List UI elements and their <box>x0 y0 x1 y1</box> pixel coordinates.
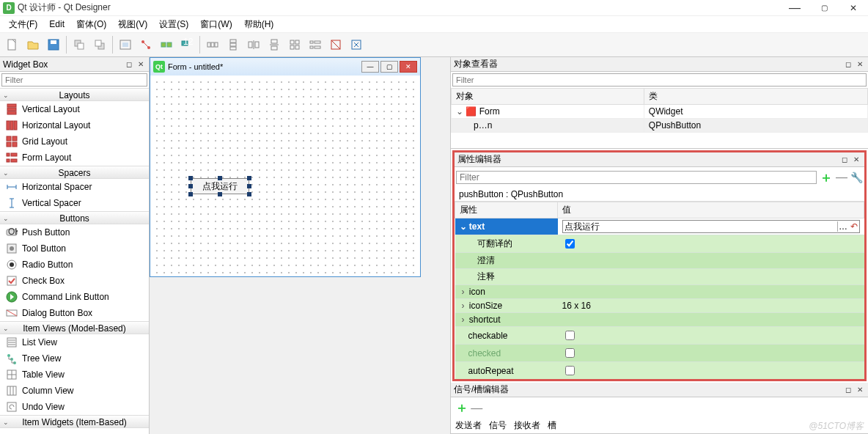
resize-handle[interactable] <box>247 192 251 196</box>
widget-dlgbox[interactable]: Dialog Button Box <box>0 305 149 321</box>
col-receiver[interactable]: 接收者 <box>514 419 540 432</box>
edit-buddies-button[interactable] <box>157 35 176 54</box>
menu-file[interactable]: 文件(F) <box>4 17 42 32</box>
remove-connection-icon[interactable]: — <box>471 402 482 414</box>
add-property-icon[interactable]: ＋ <box>820 169 833 186</box>
close-button[interactable]: ✕ <box>839 0 868 16</box>
widget-radiobtn[interactable]: Radio Button <box>0 257 149 273</box>
edit-tab-order-button[interactable]: 123 <box>177 35 196 54</box>
dock-close-icon[interactable]: ✕ <box>851 155 861 165</box>
dock-float-icon[interactable]: ◻ <box>843 59 853 70</box>
widget-hspacer[interactable]: Horizontal Spacer <box>0 179 149 195</box>
checked-checkbox[interactable] <box>565 348 575 358</box>
menu-view[interactable]: 视图(V) <box>114 17 152 32</box>
adjust-size-button[interactable] <box>347 35 366 54</box>
objinspector-filter[interactable] <box>452 73 867 87</box>
widgetbox-list[interactable]: Layouts Vertical Layout Horizontal Layou… <box>0 88 149 434</box>
edit-signals-button[interactable] <box>136 35 155 54</box>
send-back-button[interactable] <box>70 35 89 54</box>
edit-widgets-button[interactable] <box>116 35 135 54</box>
layout-v-button[interactable] <box>224 35 243 54</box>
checkable-checkbox[interactable] <box>565 331 575 340</box>
bring-front-button[interactable] <box>90 35 109 54</box>
menu-help[interactable]: 帮助(H) <box>240 17 279 32</box>
resize-handle[interactable] <box>247 176 251 180</box>
new-file-button[interactable] <box>3 35 22 54</box>
widget-toolbtn[interactable]: Tool Button <box>0 240 149 257</box>
widget-vspacer[interactable]: Vertical Spacer <box>0 195 149 211</box>
widget-vlayout[interactable]: Vertical Layout <box>0 101 149 117</box>
layout-h-button[interactable] <box>203 35 222 54</box>
form-canvas[interactable]: 点我运行 <box>150 76 420 276</box>
form-titlebar[interactable]: Qt Form - untitled* — ▢ ✕ <box>150 58 420 76</box>
prop-clear-row[interactable]: 澄清 <box>455 253 864 269</box>
widget-columnview[interactable]: Column View <box>0 383 149 399</box>
prop-iconsize-row[interactable]: › iconSize16 x 16 <box>455 299 864 313</box>
propeditor-filter[interactable] <box>456 171 817 184</box>
prop-checked-row[interactable]: checked <box>455 345 864 362</box>
menu-settings[interactable]: 设置(S) <box>155 17 193 32</box>
prop-translatable-row[interactable]: 可翻译的 <box>455 235 864 253</box>
autorepeat-checkbox[interactable] <box>565 366 575 375</box>
form-close-button[interactable]: ✕ <box>400 61 417 73</box>
prop-text-row[interactable]: ⌄ text …↶ <box>455 218 864 235</box>
section-layouts[interactable]: Layouts <box>0 88 149 101</box>
prop-checkable-row[interactable]: checkable <box>455 327 864 345</box>
section-itemwidgets[interactable]: Item Widgets (Item-Based) <box>0 415 149 428</box>
dock-close-icon[interactable]: ✕ <box>855 59 865 70</box>
section-spacers[interactable]: Spacers <box>0 166 149 179</box>
widget-undoview[interactable]: Undo View <box>0 399 149 415</box>
form-max-button[interactable]: ▢ <box>380 61 398 73</box>
menu-forms[interactable]: 窗体(O) <box>72 17 111 32</box>
dock-close-icon[interactable]: ✕ <box>136 59 146 70</box>
open-file-button[interactable] <box>23 35 43 54</box>
widget-treeview[interactable]: Tree View <box>0 350 149 367</box>
dock-float-icon[interactable]: ◻ <box>839 155 850 165</box>
col-sender[interactable]: 发送者 <box>455 419 482 432</box>
form-window[interactable]: Qt Form - untitled* — ▢ ✕ 点我运行 <box>150 57 421 277</box>
resize-handle[interactable] <box>188 184 193 188</box>
object-row[interactable]: ⌄ 🟥 FormQWidget <box>452 105 868 119</box>
resize-handle[interactable] <box>188 192 193 196</box>
prop-text-input[interactable] <box>563 221 837 232</box>
form-min-button[interactable]: — <box>361 61 379 73</box>
prop-autorepeat-row[interactable]: autoRepeat <box>455 362 864 380</box>
object-tree[interactable]: 对象类 ⌄ 🟥 FormQWidget p…nQPushButton <box>451 88 868 133</box>
menu-edit[interactable]: Edit <box>45 18 69 31</box>
object-row[interactable]: p…nQPushButton <box>452 119 868 133</box>
minimize-button[interactable]: — <box>780 0 809 16</box>
resize-handle[interactable] <box>247 184 251 188</box>
layout-h-splitter-button[interactable] <box>244 35 263 54</box>
widget-tableview[interactable]: Table View <box>0 367 149 383</box>
menu-window[interactable]: 窗口(W) <box>196 17 236 32</box>
prop-icon-row[interactable]: › icon <box>455 285 864 299</box>
widget-hlayout[interactable]: Horizontal Layout <box>0 117 149 133</box>
dock-float-icon[interactable]: ◻ <box>124 59 134 70</box>
dock-float-icon[interactable]: ◻ <box>843 385 853 395</box>
pushbutton-widget[interactable]: 点我运行 <box>191 178 249 194</box>
col-object[interactable]: 对象 <box>452 89 644 105</box>
resize-handle[interactable] <box>188 176 193 180</box>
section-itemviews[interactable]: Item Views (Model-Based) <box>0 321 149 334</box>
prop-shortcut-row[interactable]: › shortcut <box>455 313 864 327</box>
translatable-checkbox[interactable] <box>565 239 575 249</box>
prop-note-row[interactable]: 注释 <box>455 269 864 285</box>
section-buttons[interactable]: Buttons <box>0 211 149 224</box>
remove-property-icon[interactable]: — <box>836 171 847 184</box>
col-property[interactable]: 属性 <box>455 202 558 218</box>
widget-checkbox[interactable]: Check Box <box>0 273 149 289</box>
widgetbox-filter[interactable] <box>1 73 147 87</box>
maximize-button[interactable]: ▢ <box>809 0 839 16</box>
layout-grid-button[interactable] <box>285 35 304 54</box>
col-signal[interactable]: 信号 <box>489 419 507 432</box>
dock-close-icon[interactable]: ✕ <box>855 385 865 395</box>
widget-cmdlink[interactable]: Command Link Button <box>0 289 149 305</box>
widget-listview[interactable]: List View <box>0 334 149 350</box>
layout-v-splitter-button[interactable] <box>265 35 284 54</box>
layout-form-button[interactable] <box>306 35 325 54</box>
widget-pushbtn[interactable]: OKPush Button <box>0 224 149 240</box>
break-layout-button[interactable] <box>326 35 345 54</box>
col-slot[interactable]: 槽 <box>548 419 556 432</box>
resize-handle[interactable] <box>218 176 222 180</box>
settings-icon[interactable]: 🔧 <box>850 172 863 183</box>
